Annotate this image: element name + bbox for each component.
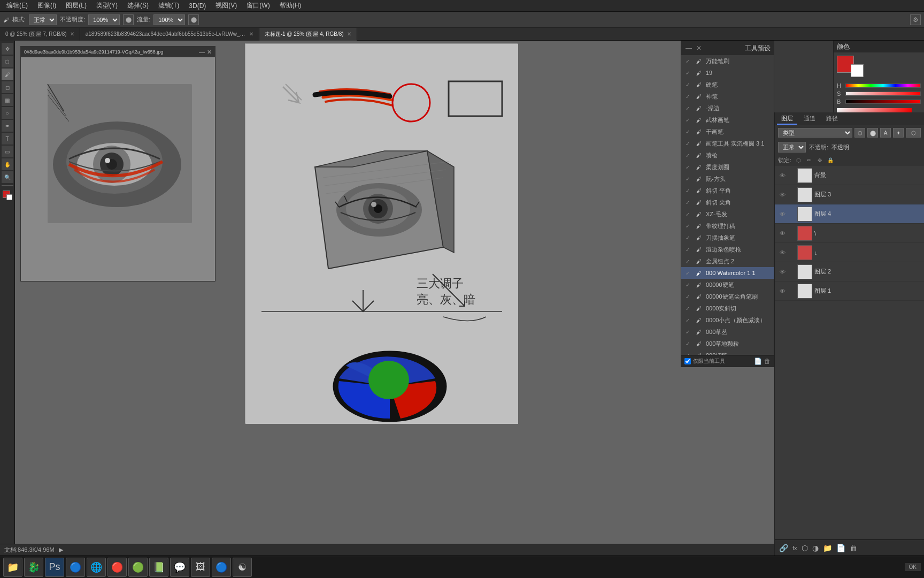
layers-filter-btn4[interactable]: ✦ <box>893 128 904 138</box>
layer-eye-0[interactable]: 👁 <box>778 171 787 180</box>
layers-filter-btn2[interactable]: ⬤ <box>867 128 878 138</box>
menu-layers[interactable]: 图层(L) <box>61 0 91 11</box>
s-slider[interactable] <box>845 92 921 96</box>
preset-item-0[interactable]: ✓ 🖌 万能笔刷 <box>681 55 774 67</box>
layer-item-2[interactable]: 👁 图层 4 <box>775 204 924 224</box>
preset-item-10[interactable]: ✓ 🖌 阮-方头 <box>681 173 774 185</box>
main-canvas[interactable]: 三大调子 亮、灰、暗 <box>245 43 518 423</box>
layers-type-filter[interactable]: 类型 <box>778 128 852 138</box>
taskbar-photoshop[interactable]: Ps <box>45 558 64 577</box>
pen-tool[interactable]: ✒ <box>2 120 13 132</box>
new-preset-btn[interactable]: 📄 <box>754 358 762 365</box>
layer-item-3[interactable]: 👁 \ <box>775 224 924 243</box>
layers-filter-btn1[interactable]: ⬡ <box>854 128 865 138</box>
layer-adjust-btn[interactable]: ◑ <box>812 544 819 552</box>
layer-item-1[interactable]: 👁 图层 3 <box>775 185 924 204</box>
options-btn[interactable]: ⚙ <box>910 14 921 25</box>
preset-item-15[interactable]: ✓ 🖌 刀摆抽象笔 <box>681 232 774 244</box>
layer-eye-3[interactable]: 👁 <box>778 229 787 238</box>
taskbar-files[interactable]: 📁 <box>3 558 22 577</box>
preset-item-3[interactable]: ✓ 🖌 神笔 <box>681 90 774 102</box>
tab-2[interactable]: 未标题-1 @ 25% (图层 4, RGB/8) ✕ <box>259 28 357 41</box>
left-panel-minimize[interactable]: — <box>199 49 205 56</box>
taskbar-wechat[interactable]: 💬 <box>170 558 189 577</box>
tool-presets-close[interactable]: ✕ <box>695 44 703 52</box>
tab-close-2[interactable]: ✕ <box>347 31 351 37</box>
layer-eye-1[interactable]: 👁 <box>778 191 787 199</box>
layer-new-btn[interactable]: 📄 <box>836 544 845 552</box>
b-slider[interactable] <box>845 100 921 104</box>
h-slider[interactable] <box>845 83 921 88</box>
taskbar-browser[interactable]: 🐉 <box>24 558 43 577</box>
eraser-tool[interactable]: ◻ <box>2 81 13 93</box>
preset-item-5[interactable]: ✓ 🖌 武林画笔 <box>681 114 774 126</box>
layer-item-4[interactable]: 👁 ↓ <box>775 243 924 262</box>
lock-image-icon[interactable]: ✏ <box>805 156 813 164</box>
layer-eye-2[interactable]: 👁 <box>778 210 787 218</box>
move-tool[interactable]: ✥ <box>2 43 13 55</box>
status-arrow[interactable]: ▶ <box>59 546 63 553</box>
opacity-toggle-btn[interactable]: ⬤ <box>123 14 134 25</box>
preset-item-14[interactable]: ✓ 🖌 带纹理打稿 <box>681 220 774 232</box>
lasso-tool[interactable]: ⬡ <box>2 56 13 67</box>
preset-item-11[interactable]: ✓ 🖌 斜切 平角 <box>681 185 774 196</box>
preset-item-12[interactable]: ✓ 🖌 斜切 尖角 <box>681 196 774 208</box>
flow-toggle-btn[interactable]: ⬤ <box>188 14 199 25</box>
shape-tool[interactable]: ▭ <box>2 146 13 157</box>
dodge-tool[interactable]: ○ <box>2 107 13 119</box>
layer-item-0[interactable]: 👁 背景 <box>775 166 924 185</box>
only-current-tool-checkbox[interactable] <box>684 358 691 364</box>
hand-tool[interactable]: ✋ <box>2 158 13 170</box>
preset-item-9[interactable]: ✓ 🖌 柔度划圈 <box>681 161 774 173</box>
tab-channels[interactable]: 通道 <box>799 113 820 125</box>
taskbar-app10[interactable]: ☯ <box>233 558 252 577</box>
tab-layers[interactable]: 图层 <box>777 113 797 125</box>
preset-item-1[interactable]: ✓ 🖌 19 <box>681 67 774 79</box>
blend-mode-select[interactable]: 正常 <box>778 142 806 153</box>
menu-select[interactable]: 选择(S) <box>123 0 153 11</box>
preset-item-13[interactable]: ✓ 🖌 XZ-毛发 <box>681 208 774 220</box>
layer-eye-5[interactable]: 👁 <box>778 268 787 276</box>
layer-eye-4[interactable]: 👁 <box>778 248 787 257</box>
menu-filter[interactable]: 滤镜(T) <box>154 0 183 11</box>
layers-filter-toggle[interactable]: ⬡ <box>906 128 921 138</box>
tab-close-0[interactable]: ✕ <box>70 31 74 37</box>
gradient-tool[interactable]: ▦ <box>2 94 13 106</box>
taskbar-search[interactable]: 🟢 <box>128 558 148 577</box>
preset-item-20[interactable]: ✓ 🖌 00000硬笔尖角笔刷 <box>681 291 774 302</box>
layer-fx-btn[interactable]: fx <box>792 545 797 551</box>
layer-item-5[interactable]: 👁 图层 2 <box>775 262 924 282</box>
color-swatches[interactable] <box>3 191 12 200</box>
lock-transparent-icon[interactable]: ⬡ <box>795 156 802 164</box>
preset-item-25[interactable]: ✓ 🖌 000打稿 <box>681 349 774 355</box>
preset-item-4[interactable]: ✓ 🖌 -澡边 <box>681 102 774 114</box>
preset-item-6[interactable]: ✓ 🖌 干画笔 <box>681 126 774 138</box>
taskbar-antivirus[interactable]: 🔴 <box>107 558 127 577</box>
menu-help[interactable]: 帮助(H) <box>275 0 306 11</box>
taskbar-app4[interactable]: 🔵 <box>66 558 85 577</box>
flow-select[interactable]: 100% <box>153 14 185 25</box>
text-tool[interactable]: T <box>2 133 13 144</box>
preset-item-18[interactable]: ✓ 🖌 000 Watercolor 1 1 <box>681 267 774 279</box>
preset-item-24[interactable]: ✓ 🖌 000草地颗粒 <box>681 338 774 349</box>
preset-item-17[interactable]: ✓ 🖌 金属纽点 2 <box>681 255 774 267</box>
menu-type[interactable]: 类型(Y) <box>92 0 122 11</box>
preset-item-22[interactable]: ✓ 🖌 0000小点（颜色减淡） <box>681 314 774 326</box>
menu-image[interactable]: 图像(I) <box>33 0 60 11</box>
zoom-tool[interactable]: 🔍 <box>2 171 13 183</box>
delete-preset-btn[interactable]: 🗑 <box>764 358 771 365</box>
layer-delete-btn[interactable]: 🗑 <box>850 544 857 552</box>
preset-item-23[interactable]: ✓ 🖌 000草丛 <box>681 326 774 338</box>
layers-filter-btn3[interactable]: A <box>880 128 891 138</box>
lock-position-icon[interactable]: ✥ <box>816 156 823 164</box>
taskbar-ie[interactable]: 🌐 <box>87 558 106 577</box>
layer-link-btn[interactable]: 🔗 <box>779 544 788 552</box>
mode-select[interactable]: 正常 <box>29 14 57 25</box>
opacity-select[interactable]: 100% <box>88 14 120 25</box>
menu-window[interactable]: 窗口(W) <box>242 0 274 11</box>
menu-view[interactable]: 视图(V) <box>211 0 241 11</box>
preset-item-19[interactable]: ✓ 🖌 00000硬笔 <box>681 279 774 291</box>
preset-item-21[interactable]: ✓ 🖌 0000实斜切 <box>681 302 774 314</box>
left-panel-close[interactable]: ✕ <box>207 49 212 56</box>
tab-1[interactable]: a189589f623fb8394623aac64dee04abf6bb55d5… <box>80 28 259 41</box>
